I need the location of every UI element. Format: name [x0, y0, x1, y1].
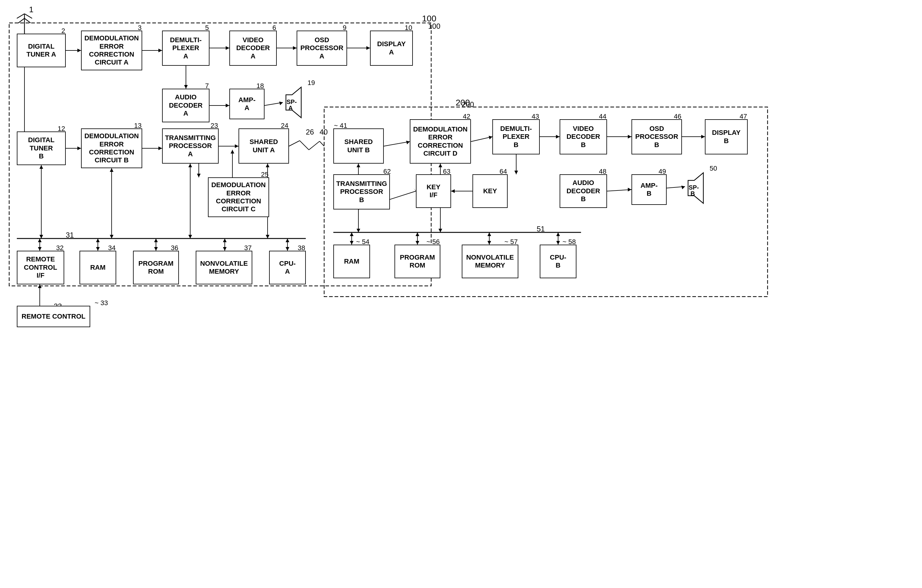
cpu-a: CPU-A 38: [269, 251, 306, 284]
svg-marker-59: [223, 247, 227, 251]
svg-marker-74: [266, 235, 270, 238]
svg-marker-13: [77, 49, 81, 52]
svg-marker-71: [188, 235, 192, 238]
svg-marker-75: [266, 163, 270, 167]
amp-a: AMP-A 18: [229, 89, 265, 119]
key: KEY 64: [472, 174, 508, 208]
svg-marker-27: [279, 101, 283, 105]
svg-marker-53: [96, 247, 100, 251]
svg-marker-19: [293, 46, 297, 50]
speaker-b: SP- B 50: [685, 171, 716, 205]
cpu-b: CPU-B ~ 58: [540, 245, 576, 278]
audio-decoder-b: AUDIODECODERB 48: [560, 174, 607, 208]
audio-decoder-a: AUDIODECODERA 7: [162, 89, 209, 122]
speaker-a: SP- A 19: [283, 86, 314, 119]
program-rom-b: PROGRAMROM ~ 56: [394, 245, 440, 278]
svg-line-4: [25, 18, 31, 23]
svg-marker-51: [38, 238, 42, 242]
svg-marker-57: [154, 238, 158, 242]
svg-marker-17: [226, 46, 229, 50]
svg-marker-50: [38, 247, 42, 251]
svg-marker-68: [110, 235, 113, 238]
svg-marker-65: [39, 235, 43, 238]
key-if: KEYI/F 63: [416, 174, 451, 208]
svg-marker-32: [77, 147, 81, 150]
digital-tuner-a: DIGITAL TUNER A 2: [17, 34, 66, 67]
svg-marker-56: [154, 247, 158, 251]
transmitting-processor-b: TRANSMITTINGPROCESSORB 62: [333, 174, 390, 209]
svg-marker-34: [159, 147, 162, 150]
shared-unit-b: SHAREDUNIT B ~ 41: [333, 128, 384, 163]
svg-marker-25: [226, 104, 229, 107]
svg-marker-44: [197, 174, 201, 177]
svg-text:SP-: SP-: [286, 98, 297, 105]
display-a: DISPLAYA 10: [370, 31, 413, 66]
demultiplexer-b: DEMULTI-PLEXERB 43: [492, 119, 540, 154]
svg-marker-36: [235, 144, 239, 148]
svg-text:1: 1: [29, 5, 33, 14]
svg-marker-60: [223, 238, 227, 242]
digital-tuner-b: DIGITALTUNERB 12: [17, 131, 66, 165]
svg-text:A: A: [288, 105, 293, 111]
svg-marker-47: [230, 150, 234, 154]
osd-processor-b: OSDPROCESSORB 46: [631, 119, 682, 154]
svg-marker-15: [159, 49, 162, 52]
display-b: DISPLAYB 47: [705, 119, 748, 154]
diagram-container: 1 100 200 26 40: [0, 0, 922, 588]
shared-unit-a: SHAREDUNIT A 24: [239, 128, 289, 163]
svg-line-3: [18, 18, 25, 23]
svg-marker-21: [366, 46, 370, 50]
demod-error-correction-d: DEMODULATIONERRORCORRECTIONCIRCUIT D 42: [410, 119, 471, 163]
svg-text:SP-: SP-: [689, 184, 699, 191]
ref-31: 31: [66, 231, 74, 239]
ram-b: RAM ~ 54: [333, 245, 370, 278]
demod-error-correction-c: DEMODULATIONERRORCORRECTIONCIRCUIT C 25: [208, 177, 269, 217]
svg-marker-72: [188, 163, 192, 167]
svg-marker-54: [96, 238, 100, 242]
video-decoder-a: VIDEODECODERA 6: [229, 31, 277, 66]
ram-a: RAM 34: [80, 251, 116, 284]
transmitting-processor-a: TRANSMITTINGPROCESSORA 23: [162, 128, 219, 163]
svg-marker-66: [39, 165, 43, 169]
remote-control-if: REMOTECONTROLI/F 32: [17, 251, 64, 284]
svg-line-2: [25, 14, 32, 18]
nonvolatile-memory-a: NONVOLATILEMEMORY 37: [196, 251, 252, 284]
svg-marker-23: [184, 85, 188, 89]
amp-b: AMP-B 49: [631, 174, 667, 205]
osd-processor-a: OSDPROCESSORA 9: [297, 31, 347, 66]
demod-error-correction-a: DEMODULATIONERRORCORRECTIONCIRCUIT A 3: [81, 31, 142, 70]
svg-text:B: B: [690, 190, 695, 197]
svg-line-1: [17, 14, 25, 18]
unit-a-label: 100: [428, 22, 440, 31]
nonvolatile-memory-b: NONVOLATILEMEMORY ~ 57: [462, 245, 518, 278]
ref-51: 51: [537, 225, 545, 233]
video-decoder-b: VIDEODECODERB 44: [560, 119, 607, 154]
demultiplexer-a: DEMULTI-PLEXERA 5: [162, 31, 209, 66]
demod-error-correction-b: DEMODULATIONERRORCORRECTIONCIRCUIT B 13: [81, 128, 142, 168]
program-rom-a: PROGRAMROM 36: [133, 251, 179, 284]
svg-marker-69: [110, 168, 113, 172]
remote-control: REMOTE CONTROL ~ 33: [17, 306, 90, 327]
